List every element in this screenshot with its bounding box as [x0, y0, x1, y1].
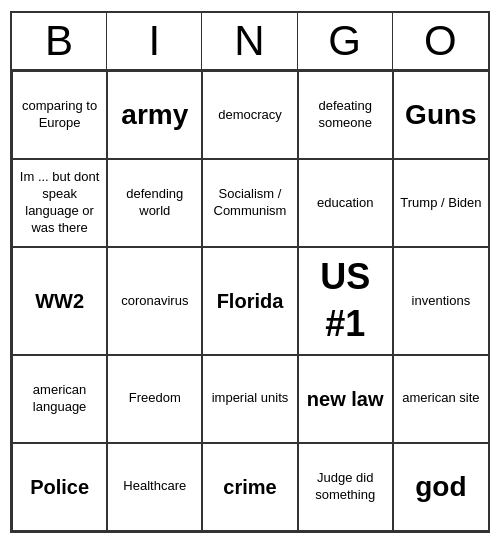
bingo-cell-9: Trump / Biden: [393, 159, 488, 247]
bingo-card: BINGO comparing to Europearmydemocracyde…: [10, 11, 490, 533]
bingo-cell-3: defeating someone: [298, 71, 393, 159]
bingo-cell-1: army: [107, 71, 202, 159]
bingo-letter-o: O: [393, 13, 488, 69]
bingo-cell-23: Judge did something: [298, 443, 393, 531]
bingo-cell-7: Socialism / Communism: [202, 159, 297, 247]
bingo-cell-15: american language: [12, 355, 107, 443]
bingo-cell-17: imperial units: [202, 355, 297, 443]
bingo-cell-21: Healthcare: [107, 443, 202, 531]
bingo-cell-0: comparing to Europe: [12, 71, 107, 159]
bingo-cell-8: education: [298, 159, 393, 247]
bingo-cell-22: crime: [202, 443, 297, 531]
bingo-cell-16: Freedom: [107, 355, 202, 443]
bingo-letter-n: N: [202, 13, 297, 69]
bingo-grid: comparing to Europearmydemocracydefeatin…: [12, 71, 488, 531]
bingo-cell-14: inventions: [393, 247, 488, 355]
bingo-cell-20: Police: [12, 443, 107, 531]
bingo-cell-13: US #1: [298, 247, 393, 355]
bingo-cell-10: WW2: [12, 247, 107, 355]
bingo-cell-18: new law: [298, 355, 393, 443]
bingo-cell-6: defending world: [107, 159, 202, 247]
bingo-cell-11: coronavirus: [107, 247, 202, 355]
bingo-letter-i: I: [107, 13, 202, 69]
bingo-header: BINGO: [12, 13, 488, 71]
bingo-cell-19: american site: [393, 355, 488, 443]
bingo-cell-2: democracy: [202, 71, 297, 159]
bingo-cell-12: Florida: [202, 247, 297, 355]
bingo-cell-24: god: [393, 443, 488, 531]
bingo-cell-4: Guns: [393, 71, 488, 159]
bingo-letter-g: G: [298, 13, 393, 69]
bingo-cell-5: Im ... but dont speak language or was th…: [12, 159, 107, 247]
bingo-letter-b: B: [12, 13, 107, 69]
